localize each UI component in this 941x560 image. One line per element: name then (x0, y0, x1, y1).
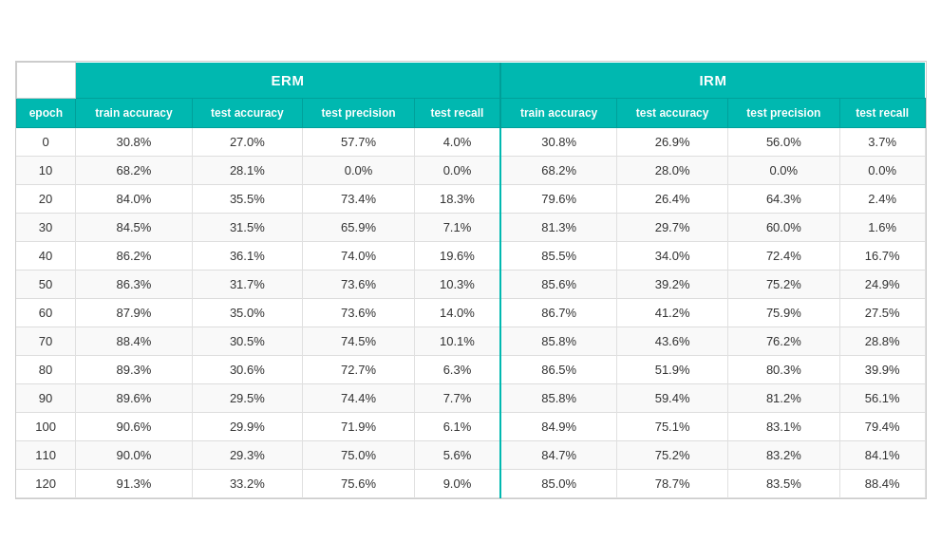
cell-irm_train_acc: 85.8% (500, 327, 617, 355)
table-row: 4086.2%36.1%74.0%19.6%85.5%34.0%72.4%16.… (16, 241, 925, 270)
erm-group-header: ERM (76, 63, 500, 99)
col-irm-test-prec: test precision (727, 98, 839, 127)
table-row: 11090.0%29.3%75.0%5.6%84.7%75.2%83.2%84.… (16, 440, 925, 469)
cell-irm_test_recall: 56.1% (839, 383, 925, 412)
cell-irm_test_acc: 28.0% (617, 156, 727, 184)
cell-irm_test_recall: 79.4% (839, 412, 925, 440)
cell-erm_train_acc: 84.0% (76, 184, 192, 213)
cell-erm_train_acc: 89.6% (76, 383, 192, 412)
cell-erm_test_prec: 73.6% (303, 298, 415, 327)
cell-erm_test_prec: 0.0% (303, 156, 415, 184)
cell-irm_test_acc: 34.0% (617, 241, 727, 270)
cell-erm_train_acc: 90.6% (76, 412, 192, 440)
cell-erm_test_acc: 33.2% (192, 469, 302, 497)
cell-irm_train_acc: 86.5% (500, 355, 617, 383)
cell-erm_test_acc: 28.1% (192, 156, 302, 184)
main-table-wrapper: ERM IRM epoch train accuracy test accura… (15, 61, 927, 499)
cell-erm_test_acc: 30.5% (192, 327, 302, 355)
cell-irm_test_prec: 76.2% (727, 327, 839, 355)
cell-epoch: 30 (16, 213, 76, 241)
cell-erm_test_acc: 27.0% (192, 127, 302, 156)
table-row: 3084.5%31.5%65.9%7.1%81.3%29.7%60.0%1.6% (16, 213, 925, 241)
cell-erm_test_recall: 14.0% (415, 298, 500, 327)
epoch-spacer (16, 63, 76, 99)
table-row: 2084.0%35.5%73.4%18.3%79.6%26.4%64.3%2.4… (16, 184, 925, 213)
cell-irm_test_recall: 16.7% (839, 241, 925, 270)
cell-irm_test_recall: 88.4% (839, 469, 925, 497)
col-erm-test-prec: test precision (303, 98, 415, 127)
cell-erm_test_acc: 35.0% (192, 298, 302, 327)
cell-erm_test_recall: 4.0% (415, 127, 500, 156)
cell-irm_test_acc: 43.6% (617, 327, 727, 355)
cell-irm_test_recall: 84.1% (839, 440, 925, 469)
cell-erm_train_acc: 88.4% (76, 327, 192, 355)
cell-irm_test_prec: 83.2% (727, 440, 839, 469)
cell-erm_test_recall: 7.7% (415, 383, 500, 412)
cell-irm_test_acc: 39.2% (617, 270, 727, 298)
cell-epoch: 10 (16, 156, 76, 184)
cell-irm_test_acc: 26.4% (617, 184, 727, 213)
cell-irm_test_recall: 2.4% (839, 184, 925, 213)
cell-erm_test_acc: 35.5% (192, 184, 302, 213)
cell-epoch: 120 (16, 469, 76, 497)
cell-irm_train_acc: 84.7% (500, 440, 617, 469)
cell-epoch: 100 (16, 412, 76, 440)
cell-irm_test_prec: 72.4% (727, 241, 839, 270)
cell-erm_test_prec: 65.9% (303, 213, 415, 241)
cell-irm_test_recall: 1.6% (839, 213, 925, 241)
table-row: 8089.3%30.6%72.7%6.3%86.5%51.9%80.3%39.9… (16, 355, 925, 383)
cell-irm_train_acc: 86.7% (500, 298, 617, 327)
col-irm-train-acc: train accuracy (500, 98, 617, 127)
cell-erm_test_prec: 75.6% (303, 469, 415, 497)
cell-erm_train_acc: 30.8% (76, 127, 192, 156)
cell-irm_train_acc: 79.6% (500, 184, 617, 213)
cell-irm_test_prec: 0.0% (727, 156, 839, 184)
table-row: 6087.9%35.0%73.6%14.0%86.7%41.2%75.9%27.… (16, 298, 925, 327)
cell-erm_test_acc: 29.3% (192, 440, 302, 469)
cell-epoch: 90 (16, 383, 76, 412)
cell-erm_test_prec: 73.4% (303, 184, 415, 213)
cell-irm_train_acc: 85.5% (500, 241, 617, 270)
cell-irm_train_acc: 30.8% (500, 127, 617, 156)
cell-erm_train_acc: 91.3% (76, 469, 192, 497)
cell-erm_test_recall: 0.0% (415, 156, 500, 184)
table-row: 10090.6%29.9%71.9%6.1%84.9%75.1%83.1%79.… (16, 412, 925, 440)
irm-group-header: IRM (500, 63, 925, 99)
cell-erm_test_recall: 10.3% (415, 270, 500, 298)
cell-irm_test_acc: 51.9% (617, 355, 727, 383)
col-epoch: epoch (16, 98, 76, 127)
cell-erm_test_acc: 31.5% (192, 213, 302, 241)
cell-irm_test_acc: 41.2% (617, 298, 727, 327)
cell-erm_test_acc: 29.9% (192, 412, 302, 440)
cell-erm_test_prec: 75.0% (303, 440, 415, 469)
cell-epoch: 80 (16, 355, 76, 383)
cell-erm_test_prec: 57.7% (303, 127, 415, 156)
cell-irm_test_recall: 3.7% (839, 127, 925, 156)
table-row: 1068.2%28.1%0.0%0.0%68.2%28.0%0.0%0.0% (16, 156, 925, 184)
table-row: 9089.6%29.5%74.4%7.7%85.8%59.4%81.2%56.1… (16, 383, 925, 412)
cell-epoch: 70 (16, 327, 76, 355)
cell-irm_test_prec: 75.9% (727, 298, 839, 327)
cell-erm_train_acc: 89.3% (76, 355, 192, 383)
col-header-row: epoch train accuracy test accuracy test … (16, 98, 925, 127)
cell-erm_test_recall: 7.1% (415, 213, 500, 241)
cell-epoch: 60 (16, 298, 76, 327)
col-erm-test-recall: test recall (415, 98, 500, 127)
cell-erm_test_recall: 9.0% (415, 469, 500, 497)
cell-erm_test_prec: 73.6% (303, 270, 415, 298)
cell-epoch: 0 (16, 127, 76, 156)
cell-irm_train_acc: 84.9% (500, 412, 617, 440)
cell-irm_test_prec: 83.1% (727, 412, 839, 440)
cell-irm_test_recall: 28.8% (839, 327, 925, 355)
results-table: ERM IRM epoch train accuracy test accura… (16, 62, 926, 498)
cell-erm_test_recall: 6.3% (415, 355, 500, 383)
cell-irm_test_prec: 60.0% (727, 213, 839, 241)
cell-erm_train_acc: 84.5% (76, 213, 192, 241)
cell-irm_test_acc: 75.2% (617, 440, 727, 469)
cell-irm_test_recall: 24.9% (839, 270, 925, 298)
table-row: 12091.3%33.2%75.6%9.0%85.0%78.7%83.5%88.… (16, 469, 925, 497)
cell-irm_test_recall: 0.0% (839, 156, 925, 184)
cell-erm_train_acc: 86.3% (76, 270, 192, 298)
cell-irm_train_acc: 85.0% (500, 469, 617, 497)
cell-epoch: 50 (16, 270, 76, 298)
